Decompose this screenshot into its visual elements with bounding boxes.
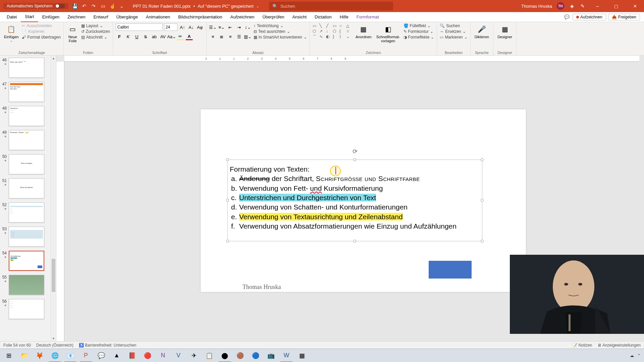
resize-handle[interactable] [481,199,484,202]
powerpoint-icon[interactable]: P [78,349,93,362]
font-color-icon[interactable]: A [185,33,193,40]
redo-icon[interactable]: ↷ [91,3,97,9]
minimize-button[interactable]: ─ [590,0,604,12]
tab-insert[interactable]: Einfügen [38,12,63,22]
slide-thumb-46[interactable]: Was war das? ← [9,58,44,78]
resize-handle[interactable] [353,158,356,161]
underline-icon[interactable]: U [133,33,141,40]
indent-inc-icon[interactable]: ⇥ [235,23,243,31]
app-icon[interactable]: 📺 [264,349,278,362]
format-painter-button[interactable]: 🖌 Format übertragen [22,35,60,40]
shape-outline-button[interactable]: ✎ Formkontur ⌄ [404,29,434,34]
text-direction-button[interactable]: ↕ Textrichtung ⌄ [254,23,307,28]
italic-icon[interactable]: K [124,33,132,40]
line-spacing-icon[interactable]: ↕⌄ [244,23,252,31]
word-icon[interactable]: W [279,349,294,362]
tab-record[interactable]: Aufzeichnen [226,12,259,22]
decrease-font-icon[interactable]: A↓ [187,23,195,31]
paste-button[interactable]: 📋Einfügen⌄ [3,23,20,43]
align-text-button[interactable]: ⊟ Text ausrichten ⌄ [254,29,307,34]
rotate-handle-icon[interactable]: ⟳ [353,148,358,155]
tab-animations[interactable]: Animationen [142,12,174,22]
slide-thumb-47[interactable]: Text Text TextText Text [9,82,44,102]
select-button[interactable]: ▭ Markieren ⌄ [440,35,467,40]
copy-button[interactable]: 📄 Kopieren [22,29,60,34]
highlight-icon[interactable]: ✏ [177,33,184,40]
slide-thumb-51[interactable]: Texte formatieren [9,178,44,198]
app-icon[interactable]: 🟤 [233,349,248,362]
obs-icon[interactable]: ⬤ [217,349,232,362]
align-right-icon[interactable]: ≡ [227,33,234,40]
app-icon[interactable]: 🔴 [140,349,155,362]
slide-thumb-49[interactable]: Presenter / Klicker✋🖊 [9,130,44,150]
search-box[interactable]: 🔍 Suchen [269,2,393,10]
tab-home[interactable]: Start [21,12,38,22]
slide-thumb-52[interactable]: - - -- - -- - - [9,202,44,223]
quick-styles-button[interactable]: ◧Schnellformat- vorlagen [375,23,401,44]
app-icon[interactable]: 📋 [202,349,217,362]
save-icon[interactable]: 💾 [72,3,78,9]
app-icon[interactable]: 💬 [94,349,109,362]
start-button[interactable]: ⊞ [1,349,16,362]
clear-format-icon[interactable]: Aφ [196,23,204,31]
find-button[interactable]: 🔍 Suchen [440,23,467,28]
designer-button[interactable]: ▦Designer [496,23,514,40]
resize-handle[interactable] [353,240,356,243]
share-button[interactable]: 📤 Freigeben [608,14,640,20]
tab-review[interactable]: Überprüfen [258,12,288,22]
toggle-switch[interactable] [55,4,65,8]
align-left-icon[interactable]: ≡ [209,33,217,40]
vlc-icon[interactable]: ▲ [109,349,124,362]
chrome-icon[interactable]: 🌐 [48,349,62,362]
new-slide-button[interactable]: ▭Neue Folie [66,23,79,44]
tab-draw[interactable]: Zeichnen [63,12,89,22]
outlook-icon[interactable]: 📧 [63,349,78,362]
app-icon[interactable]: ▦ [294,349,309,362]
cut-button[interactable]: ✂ Ausschneiden [22,23,60,28]
qat-more-icon[interactable]: ⌄ [119,3,125,9]
tab-slideshow[interactable]: Bildschirmpräsentation [174,12,226,22]
scroll-down-icon[interactable]: ▼ [51,336,56,341]
slide-thumb-53[interactable]: - - -- - -- - - [9,227,44,247]
numbering-icon[interactable]: ≡⌄ [218,23,225,31]
replace-button[interactable]: ↔ Ersetzen ⌄ [440,29,467,34]
accessibility-checker[interactable]: ♿ Barrierefreiheit: Untersuchen [79,343,137,348]
user-avatar[interactable]: TH [557,2,564,10]
resize-handle[interactable] [481,158,484,161]
section-button[interactable]: ▤ Abschnitt ⌄ [81,35,110,40]
text-content[interactable]: Formatierung von Texten: a.Änderung der … [228,160,482,241]
close-button[interactable]: ✕ [628,0,642,12]
pen-icon[interactable]: ✎ [580,3,586,9]
case-icon[interactable]: Aa⌄ [168,33,175,40]
onenote-icon[interactable]: N [156,349,170,362]
coming-soon-icon[interactable]: ◈ [569,3,575,9]
telegram-icon[interactable]: ✈ [186,349,201,362]
weather-icon[interactable]: ☁ [630,353,634,358]
autosave-toggle[interactable]: Automatisches Speichern [3,3,68,9]
indent-dec-icon[interactable]: ⇤ [227,23,234,31]
touch-mode-icon[interactable]: ☝ [109,3,115,9]
resize-handle[interactable] [481,240,484,243]
shadow-icon[interactable]: ab [151,33,158,40]
thumb-scrollbar[interactable]: ▲ ▼ [51,56,56,341]
maximize-button[interactable]: ▢ [609,0,623,12]
display-settings[interactable]: 🖥 Anzeigeeinstellungen [597,343,641,348]
align-center-icon[interactable]: ≣ [218,33,225,40]
bullets-icon[interactable]: ☰⌄ [209,23,217,31]
resize-handle[interactable] [226,158,229,161]
dictate-button[interactable]: 🎤Diktieren [473,23,490,40]
visio-icon[interactable]: V [171,349,186,362]
undo-icon[interactable]: ↶ [81,3,87,9]
tab-help[interactable]: Hilfe [336,12,353,22]
shape-effects-button[interactable]: ◑ Formeffekte ⌄ [404,35,434,40]
strike-icon[interactable]: S̶ [142,33,149,40]
slide-thumb-54[interactable]: FormatierungText TextText [9,251,44,271]
blue-rectangle-shape[interactable] [429,261,472,279]
text-box[interactable]: ⟳ Formatierung von Texten: a.Änderung de… [227,160,482,241]
columns-icon[interactable]: ▥⌄ [244,33,252,40]
smartart-button[interactable]: ▦ In SmartArt konvertieren ⌄ [254,35,307,40]
slide-thumb-56[interactable]: - - -- - -- - -- - - [9,299,44,319]
resize-handle[interactable] [226,240,229,243]
font-size-combo[interactable] [164,23,177,31]
scroll-thumb[interactable] [52,259,55,292]
